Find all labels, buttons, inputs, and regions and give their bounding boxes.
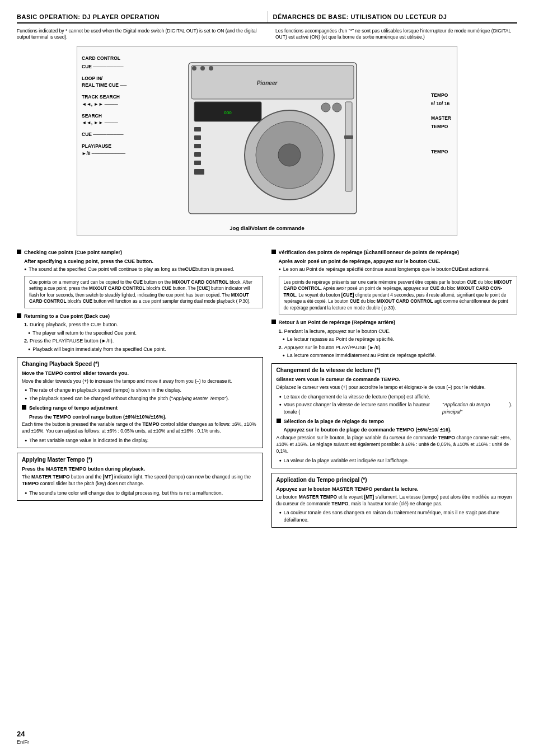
svg-point-10 <box>278 144 301 166</box>
bullet-speed-change: The playback speed can be changed withou… <box>25 395 258 402</box>
section-selection-plage-title: Sélection de la plage de réglage du temp… <box>284 418 385 425</box>
bullet-returning <box>17 313 21 318</box>
svg-point-19 <box>321 103 330 112</box>
intro-right-text: Les fonctions accompagnées d'un "*" ne s… <box>275 28 511 40</box>
diagram-right-labels: TEMPO 6/ 10/ 16 MASTER TEMPO TEMPO <box>431 91 451 156</box>
svg-rect-12 <box>194 135 201 140</box>
label-cue2: CUE ───────── <box>82 131 127 138</box>
svg-rect-15 <box>194 161 201 165</box>
page-lang: En/Fr <box>17 739 29 745</box>
text-each-press: Each time the button is pressed the vari… <box>22 421 258 435</box>
bullet-taux-change: Le taux de changement de la vitesse de l… <box>279 393 513 400</box>
svg-point-6 <box>200 66 205 71</box>
header: BASIC OPERATION: DJ PLAYER OPERATION DÉM… <box>17 11 517 24</box>
info-box-cue-fr: Les points de repérage présents sur une … <box>279 276 518 314</box>
intro-left: Functions indicated by * cannot be used … <box>17 28 267 40</box>
text-master-tempo-desc: The MASTER TEMPO button and the [MT] ind… <box>22 474 258 487</box>
section-checking-cue-title: Checking cue points (Cue point sampler) <box>24 249 122 256</box>
bullet-valeur-plage: La valeur de la plage variable est indiq… <box>279 457 513 464</box>
text-master-tempo-fr: Le bouton MASTER TEMPO et le voyant [MT]… <box>277 494 513 508</box>
bullet-playback-begin: Playback will begin immediately from the… <box>28 346 263 353</box>
text-move-slider: Move the slider towards you (+) to incre… <box>22 378 258 385</box>
section-returning-cue: Returning to a Cue point (Back cue) <box>17 313 263 320</box>
section-returning-title: Returning to a Cue point (Back cue) <box>24 313 110 320</box>
text-chaque-pression: A chaque pression sur le bouton, la plag… <box>277 435 513 455</box>
label-loop-in: LOOP IN/ <box>82 75 127 82</box>
box-application-tempo: Application du Tempo principal (*) Appuy… <box>271 473 518 528</box>
label-card-control: CARD CONTROL <box>82 55 127 62</box>
header-right-title: DÉMARCHES DE BASE: UTILISATION DU LECTEU… <box>273 13 447 20</box>
bullet-return-to-cue: The player will return to the specified … <box>28 330 263 336</box>
bullet-lecture-commence: La lecture commence immédiatement au Poi… <box>283 352 518 359</box>
diagram-left-labels: CARD CONTROL CUE ───────── LOOP IN/ REAL… <box>82 55 127 157</box>
dj-player-svg: Pioneer 000 <box>177 57 379 225</box>
bullet-tone-color: The sound's tone color will change due t… <box>25 490 258 496</box>
label-track-search: TRACK SEARCH <box>82 93 127 101</box>
label-track-search-arrows: ◄◄, ►► ──── <box>82 101 127 108</box>
sub-press-tempo: Press the TEMPO control range button (±6… <box>29 414 258 421</box>
label-master-right: MASTER <box>431 114 451 123</box>
intro-right: Les fonctions accompagnées d'un "*" ne s… <box>267 28 517 40</box>
box-changing-speed: Changing Playback Speed (*) Move the TEM… <box>17 357 263 448</box>
header-right: DÉMARCHES DE BASE: UTILISATION DU LECTEU… <box>268 11 518 22</box>
box-applying-master: Applying Master Tempo (*) Press the MAST… <box>17 453 263 501</box>
label-search-arrows: ◄◄, ►► ──── <box>82 119 127 126</box>
box-changement-vitesse: Changement de la vitesse de lecture (*) … <box>271 363 518 468</box>
bullet-vitesse-change: Vous pouvez changer la vitesse de lectur… <box>279 401 513 415</box>
page: BASIC OPERATION: DJ PLAYER OPERATION DÉM… <box>0 0 534 756</box>
svg-rect-16 <box>194 169 204 175</box>
label-cue: CUE ───────── <box>82 63 127 71</box>
bullet-checking-cue <box>17 250 21 254</box>
svg-point-5 <box>192 66 196 71</box>
svg-text:000: 000 <box>224 110 232 115</box>
bullet-verification <box>271 250 276 254</box>
label-tempo-master: TEMPO <box>431 123 451 131</box>
numbered-2-returning: 2. Press the PLAY/PAUSE button (►/II). <box>24 337 263 345</box>
page-number-area: 24 En/Fr <box>17 730 29 745</box>
svg-rect-17 <box>345 102 352 191</box>
label-tempo-right: TEMPO <box>431 91 451 100</box>
section-verification-cue: Vérification des points de repérage (Éch… <box>271 249 518 256</box>
section-retour-cue: Retour à un Point de repérage (Repérage … <box>271 319 518 326</box>
label-search: SEARCH <box>82 112 127 120</box>
sub-move-tempo: Move the TEMPO control slider towards yo… <box>22 370 258 377</box>
svg-text:Pioneer: Pioneer <box>257 80 278 86</box>
sub-press-master: Press the MASTER TEMPO button during pla… <box>22 466 258 473</box>
diagram-area: CARD CONTROL CUE ───────── LOOP IN/ REAL… <box>77 46 457 236</box>
bullet-lecteur-repasse: Le lecteur repasse au Point de repérage … <box>283 336 518 342</box>
bullet-retour <box>271 320 276 324</box>
bullet-selection-plage <box>277 419 281 423</box>
section-retour-title: Retour à un Point de repérage (Repérage … <box>279 319 396 326</box>
numbered-1-returning: 1. During playback, press the CUE button… <box>24 321 263 328</box>
sub-appuyez-plage: Appuyez sur le bouton de plage de comman… <box>284 426 513 434</box>
svg-rect-13 <box>194 144 201 148</box>
text-deplacez: Déplacez le curseur vers vous (+) pour a… <box>277 384 513 391</box>
page-number: 24 <box>17 730 29 738</box>
sub-appuyez-master: Appuyez sur le bouton MASTER TEMPO penda… <box>277 486 513 493</box>
jog-dial-label: Jog dial/Volant de commande <box>229 225 304 231</box>
left-column: Checking cue points (Cue point sampler) … <box>17 245 263 530</box>
bullet-set-variable: The set variable range value is indicate… <box>25 437 258 444</box>
main-content: Checking cue points (Cue point sampler) … <box>17 245 517 530</box>
label-play-arrows: ►/II ────────── <box>82 150 127 157</box>
section-verification-title: Vérification des points de repérage (Éch… <box>279 249 460 256</box>
label-play-pause: PLAY/PAUSE <box>82 143 127 150</box>
svg-point-7 <box>209 66 213 71</box>
box-changing-speed-title: Changing Playback Speed (*) <box>22 360 258 368</box>
svg-rect-11 <box>194 127 201 132</box>
section-checking-cue: Checking cue points (Cue point sampler) <box>17 249 263 256</box>
info-box-cue: Cue points on a memory card can be copie… <box>24 276 263 308</box>
label-tempo-bottom: TEMPO <box>431 148 451 156</box>
sub-apres-avoir: Après avoir posé un point de repérage, a… <box>279 258 518 265</box>
sub-after-cue: After specifying a cueing point, press t… <box>24 258 263 265</box>
svg-point-20 <box>332 103 341 112</box>
box-application-tempo-title: Application du Tempo principal (*) <box>277 476 513 484</box>
box-applying-master-title: Applying Master Tempo (*) <box>22 456 258 464</box>
bullet-cue-sound: The sound at the specified Cue point wil… <box>24 266 263 273</box>
label-real-time-cue: REAL TIME CUE ── <box>82 82 127 89</box>
section-selection-plage: Sélection de la plage de réglage du temp… <box>277 418 513 425</box>
bullet-couleur-tonale: La couleur tonale des sons changera en r… <box>279 509 513 523</box>
right-column: Vérification des points de repérage (Éch… <box>271 245 518 530</box>
label-tempo-values: 6/ 10/ 16 <box>431 100 451 108</box>
bullet-rate-change: The rate of change in playback speed (te… <box>25 387 258 393</box>
